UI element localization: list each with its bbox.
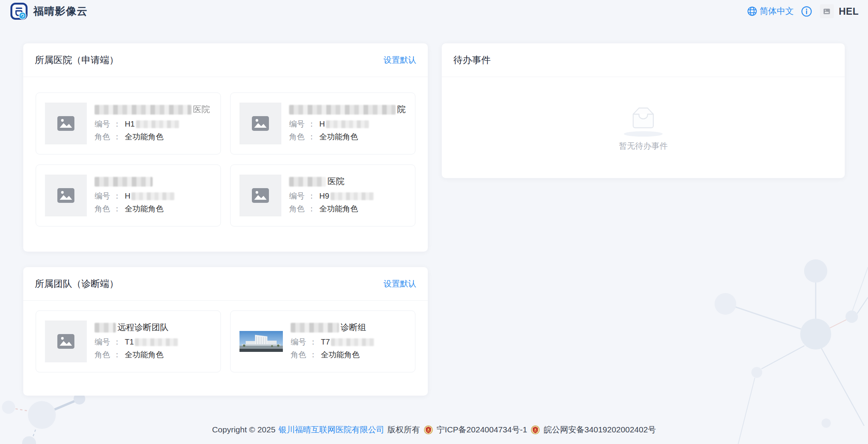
team-card-grid: 远程诊断团队 编号： T1 角色： 全功能角色 xyxy=(23,301,428,372)
hospital-image-placeholder xyxy=(45,103,87,144)
redacted-text xyxy=(95,177,153,187)
team-image-placeholder xyxy=(45,321,87,362)
hospital-card[interactable]: 医院 编号： H9 角色： 全功能角色 xyxy=(230,165,415,226)
hospital-image-placeholder xyxy=(239,103,281,144)
info-icon xyxy=(801,6,812,17)
teams-set-default-link[interactable]: 设置默认 xyxy=(384,278,416,289)
redacted-text xyxy=(289,105,396,115)
hospital-image-placeholder xyxy=(239,175,281,216)
hospitals-set-default-link[interactable]: 设置默认 xyxy=(384,55,416,65)
redacted-text xyxy=(131,192,175,200)
police-record-link[interactable]: 皖公网安备34019202002402号 xyxy=(544,424,656,435)
topbar-right: 简体中文 HEL xyxy=(747,4,859,18)
police-badge-icon xyxy=(531,425,540,434)
hospital-role-value: 全功能角色 xyxy=(319,204,358,214)
hospital-id-prefix: H xyxy=(125,192,130,201)
hospital-id-prefix: H9 xyxy=(319,192,329,201)
police-badge-icon xyxy=(424,425,433,434)
team-id-prefix: T7 xyxy=(321,338,330,346)
hospital-card-grid: 医院 编号： H1 角色： 全功能角色 xyxy=(23,77,428,226)
icp-license-link[interactable]: 宁ICP备2024004734号-1 xyxy=(437,424,527,435)
app-logo-icon xyxy=(10,2,28,20)
todo-empty-text: 暂无待办事件 xyxy=(619,141,668,151)
image-placeholder-icon xyxy=(251,116,269,131)
teams-panel-header: 所属团队（诊断端） 设置默认 xyxy=(23,267,428,301)
hospital-name-suffix: 院 xyxy=(397,104,406,115)
hospital-role-value: 全功能角色 xyxy=(319,132,358,142)
hospitals-panel: 所属医院（申请端） 设置默认 医院 编号： H1 xyxy=(23,43,428,252)
hospital-role-row: 角色： 全功能角色 xyxy=(289,130,406,143)
team-card[interactable]: 远程诊断团队 编号： T1 角色： 全功能角色 xyxy=(36,310,221,372)
team-name: 远程诊断团队 xyxy=(95,322,178,333)
team-name: 诊断组 xyxy=(291,322,374,333)
image-placeholder-icon xyxy=(57,116,75,131)
todo-empty-state: 暂无待办事件 xyxy=(442,77,845,178)
user-avatar[interactable] xyxy=(820,4,834,18)
hospitals-panel-title: 所属医院（申请端） xyxy=(35,54,119,66)
redacted-text xyxy=(95,105,191,115)
hospital-card[interactable]: 编号： H 角色： 全功能角色 xyxy=(36,165,221,226)
broken-image-icon xyxy=(823,9,830,14)
hospital-role-value: 全功能角色 xyxy=(125,204,164,214)
app-logo xyxy=(10,2,28,20)
team-role-value: 全功能角色 xyxy=(125,350,164,360)
hospital-role-row: 角色： 全功能角色 xyxy=(95,130,210,143)
team-name-suffix: 远程诊断团队 xyxy=(117,322,169,333)
hospital-id-row: 编号： H xyxy=(95,190,175,202)
info-button[interactable] xyxy=(801,6,812,17)
image-placeholder-icon xyxy=(251,188,269,203)
rights-text: 版权所有 xyxy=(388,424,420,435)
hospital-role-row: 角色： 全功能角色 xyxy=(95,202,175,215)
redacted-text xyxy=(289,177,326,187)
teams-panel: 所属团队（诊断端） 设置默认 远程诊断团队 编号： T1 xyxy=(23,267,428,396)
team-card[interactable]: 诊断组 编号： T7 角色： 全功能角色 xyxy=(230,310,415,372)
todo-panel-header: 待办事件 xyxy=(442,43,845,77)
redacted-text xyxy=(291,323,339,333)
hospital-name-suffix: 医院 xyxy=(327,176,344,187)
team-id-row: 编号： T7 xyxy=(291,336,374,348)
todo-panel: 待办事件 暂无待办事件 xyxy=(442,43,845,178)
hospital-name: 医院 xyxy=(289,176,374,187)
copyright-text: Copyright © 2025 xyxy=(212,425,276,434)
hospital-name-suffix: 医院 xyxy=(193,104,210,115)
redacted-text xyxy=(331,192,374,200)
image-placeholder-icon xyxy=(57,188,75,203)
redacted-text xyxy=(136,120,179,128)
hospital-role-value: 全功能角色 xyxy=(125,132,164,142)
todo-panel-title: 待办事件 xyxy=(453,54,491,66)
hospital-building-photo xyxy=(239,331,283,352)
hospital-card[interactable]: 院 编号： H 角色： 全功能角色 xyxy=(230,93,415,154)
user-name[interactable]: HEL xyxy=(839,6,859,17)
redacted-text xyxy=(331,338,374,346)
team-role-value: 全功能角色 xyxy=(321,350,360,360)
redacted-text xyxy=(135,338,178,346)
company-link[interactable]: 银川福晴互联网医院有限公司 xyxy=(279,424,384,435)
hospital-image-placeholder xyxy=(45,175,87,216)
hospital-card[interactable]: 医院 编号： H1 角色： 全功能角色 xyxy=(36,93,221,154)
team-id-prefix: T1 xyxy=(125,338,134,346)
hospital-name: 医院 xyxy=(95,104,210,115)
hospital-name: 院 xyxy=(289,104,406,115)
top-bar: 福晴影像云 简体中文 HEL xyxy=(0,0,868,22)
teams-panel-title: 所属团队（诊断端） xyxy=(35,278,119,290)
hospital-id-row: 编号： H1 xyxy=(95,118,210,130)
hospital-id-row: 编号： H xyxy=(289,118,406,130)
team-id-row: 编号： T1 xyxy=(95,336,178,348)
app-title: 福晴影像云 xyxy=(33,4,88,18)
team-photo xyxy=(239,331,283,352)
team-name-suffix: 诊断组 xyxy=(341,322,366,333)
globe-icon xyxy=(747,6,757,16)
hospital-role-row: 角色： 全功能角色 xyxy=(289,202,374,215)
redacted-text xyxy=(326,120,369,128)
language-switcher[interactable]: 简体中文 xyxy=(747,5,794,17)
empty-inbox-icon xyxy=(622,104,665,137)
hospital-id-row: 编号： H9 xyxy=(289,190,374,202)
team-role-row: 角色： 全功能角色 xyxy=(95,348,178,361)
hospitals-panel-header: 所属医院（申请端） 设置默认 xyxy=(23,43,428,77)
hospital-id-prefix: H xyxy=(319,120,325,129)
language-label: 简体中文 xyxy=(760,5,794,17)
footer: Copyright © 2025 银川福晴互联网医院有限公司 版权所有 宁ICP… xyxy=(0,421,868,438)
hospital-id-prefix: H1 xyxy=(125,120,135,129)
team-role-row: 角色： 全功能角色 xyxy=(291,348,374,361)
hospital-name xyxy=(95,176,175,187)
